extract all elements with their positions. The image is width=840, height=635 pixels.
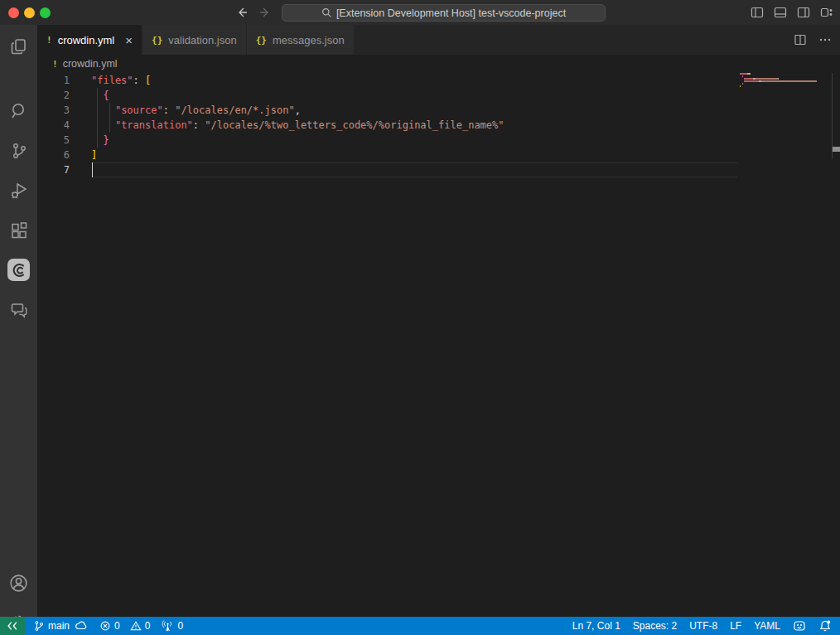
problems-status[interactable]: 0 0 xyxy=(99,620,150,632)
tab-label: crowdin.yml xyxy=(58,34,115,46)
more-actions-icon[interactable] xyxy=(818,33,832,46)
warnings-icon xyxy=(130,620,142,632)
notifications-bell-icon[interactable] xyxy=(818,619,832,633)
layout-controls xyxy=(750,5,833,19)
title-bar: [Extension Development Host] test-vscode… xyxy=(0,0,840,25)
comments-icon xyxy=(9,300,29,320)
code-editor[interactable]: 1234567 "files": [ { "source": "/locales… xyxy=(37,73,840,617)
explorer-icon xyxy=(9,36,29,56)
indent-guide xyxy=(97,118,98,133)
line-number: 2 xyxy=(64,88,70,103)
line-number: 7 xyxy=(64,162,70,177)
line-number: 6 xyxy=(64,148,70,162)
line-number: 3 xyxy=(64,103,70,118)
tab-validation-json[interactable]: {} validation.json xyxy=(142,25,247,55)
sync-cloud-icon xyxy=(75,619,88,633)
indent-guide xyxy=(109,118,110,133)
status-left: main 0 0 0 xyxy=(33,619,183,633)
tab-bar: ! crowdin.yml × {} validation.json {} me… xyxy=(37,25,840,55)
line-number: 4 xyxy=(64,118,70,133)
code-line: "source": "/locales/en/*.json", xyxy=(91,103,301,118)
encoding-status[interactable]: UTF-8 xyxy=(689,620,717,632)
code-line: ] xyxy=(91,148,97,162)
eol-status[interactable]: LF xyxy=(730,620,741,632)
run-debug-icon xyxy=(9,181,29,201)
vscode-window: [Extension Development Host] test-vscode… xyxy=(0,0,840,635)
branch-name: main xyxy=(48,620,70,632)
text-cursor xyxy=(92,162,94,177)
sidebar-item-search[interactable] xyxy=(0,92,37,129)
customize-layout-icon[interactable] xyxy=(819,5,833,19)
minimize-window-button[interactable] xyxy=(24,7,35,18)
indent-guide xyxy=(97,133,98,148)
ports-count: 0 xyxy=(177,620,183,632)
error-count: 0 xyxy=(114,620,120,632)
toggle-secondary-sidebar-icon[interactable] xyxy=(796,5,810,19)
line-number: 1 xyxy=(64,73,70,88)
remote-window-icon xyxy=(7,620,18,632)
code-line: "translation": "/locales/%two_letters_co… xyxy=(91,118,504,133)
tab-label: messages.json xyxy=(273,34,345,46)
source-control-icon xyxy=(9,141,29,161)
breadcrumb-file: crowdin.yml xyxy=(63,58,118,70)
activity-bar xyxy=(0,25,37,617)
language-mode-status[interactable]: YAML xyxy=(754,620,780,632)
tab-crowdin-yml[interactable]: ! crowdin.yml × xyxy=(37,25,142,55)
accounts-icon xyxy=(8,573,29,594)
code-line: "files": [ xyxy=(91,73,151,88)
sidebar-item-crowdin[interactable] xyxy=(0,251,37,288)
toggle-panel-icon[interactable] xyxy=(773,5,787,19)
sidebar-item-accounts[interactable] xyxy=(0,565,37,602)
json-file-icon: {} xyxy=(152,35,162,46)
cursor-position-status[interactable]: Ln 7, Col 1 xyxy=(572,620,620,632)
split-editor-icon[interactable] xyxy=(794,33,807,46)
go-back-button[interactable] xyxy=(234,4,250,21)
indent-guide xyxy=(97,88,98,103)
indent-guide xyxy=(97,103,98,118)
branch-status[interactable]: main xyxy=(33,620,70,632)
toggle-sidebar-icon[interactable] xyxy=(750,5,764,19)
overview-ruler-cursor-mark xyxy=(833,147,840,152)
yaml-file-icon: ! xyxy=(46,35,52,46)
git-branch-icon xyxy=(33,620,45,632)
sync-changes-button[interactable] xyxy=(75,619,88,633)
tab-label: validation.json xyxy=(168,34,236,46)
tab-messages-json[interactable]: {} messages.json xyxy=(247,25,355,55)
status-bar: main 0 0 0 Ln 7, Col 1 Spaces: 2 UTF-8 xyxy=(0,617,840,635)
json-file-icon: {} xyxy=(256,35,267,46)
indentation-status[interactable]: Spaces: 2 xyxy=(633,620,677,632)
indent-guide xyxy=(109,103,110,118)
warning-count: 0 xyxy=(145,620,151,632)
sidebar-item-explorer[interactable] xyxy=(0,27,37,65)
crowdin-icon xyxy=(7,259,30,281)
close-window-button[interactable] xyxy=(8,7,19,18)
breadcrumb[interactable]: ! crowdin.yml xyxy=(37,55,840,73)
sidebar-item-comments[interactable] xyxy=(0,291,37,328)
sidebar-item-run-debug[interactable] xyxy=(0,172,37,209)
search-icon xyxy=(321,7,332,18)
close-tab-icon[interactable]: × xyxy=(125,34,133,46)
command-center-search[interactable]: [Extension Development Host] test-vscode… xyxy=(282,4,606,22)
feedback-smiley-icon[interactable] xyxy=(793,619,806,633)
radio-tower-icon xyxy=(162,620,174,633)
go-forward-button[interactable] xyxy=(257,4,273,21)
current-line-highlight xyxy=(91,162,737,177)
code-line: { xyxy=(91,88,109,103)
extensions-icon xyxy=(9,221,29,240)
sidebar-item-extensions[interactable] xyxy=(0,211,37,249)
code-line: } xyxy=(91,133,109,148)
back-arrow-icon xyxy=(235,6,249,19)
errors-icon xyxy=(99,620,111,632)
search-icon xyxy=(9,101,29,121)
zoom-window-button[interactable] xyxy=(40,7,51,18)
forward-arrow-icon xyxy=(258,6,272,19)
sidebar-item-source-control[interactable] xyxy=(0,132,37,169)
remote-indicator[interactable] xyxy=(0,617,25,635)
yaml-file-icon: ! xyxy=(52,59,58,70)
ports-status[interactable]: 0 xyxy=(162,620,183,633)
line-number: 5 xyxy=(64,133,70,148)
editor-actions xyxy=(794,25,832,55)
command-center-title: [Extension Development Host] test-vscode… xyxy=(336,7,566,19)
status-right: Ln 7, Col 1 Spaces: 2 UTF-8 LF YAML xyxy=(572,619,840,633)
